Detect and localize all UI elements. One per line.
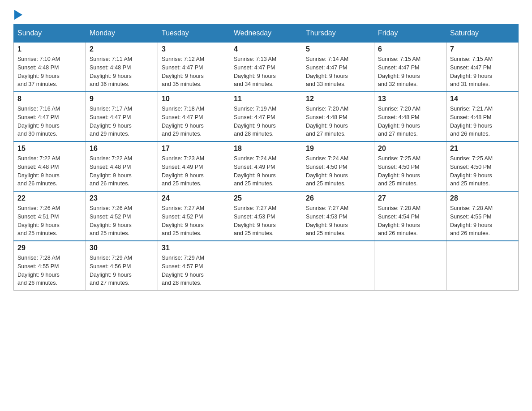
day-number: 18 [234, 145, 298, 153]
day-info: Sunrise: 7:20 AM Sunset: 4:48 PM Dayligh… [306, 105, 370, 138]
calendar-cell: 1 Sunrise: 7:10 AM Sunset: 4:48 PM Dayli… [14, 42, 86, 92]
day-number: 11 [234, 95, 298, 103]
day-number: 4 [234, 45, 298, 53]
calendar-cell [446, 241, 519, 291]
day-number: 9 [90, 95, 154, 103]
day-info: Sunrise: 7:27 AM Sunset: 4:53 PM Dayligh… [234, 204, 298, 238]
day-number: 6 [378, 45, 442, 53]
day-number: 13 [378, 95, 442, 103]
day-number: 21 [450, 145, 515, 153]
day-info: Sunrise: 7:29 AM Sunset: 4:56 PM Dayligh… [90, 254, 154, 287]
logo-arrow-icon [14, 10, 22, 20]
day-number: 7 [450, 45, 515, 53]
calendar-cell: 23 Sunrise: 7:26 AM Sunset: 4:52 PM Dayl… [86, 191, 158, 241]
calendar-cell: 5 Sunrise: 7:14 AM Sunset: 4:47 PM Dayli… [302, 42, 374, 92]
day-info: Sunrise: 7:29 AM Sunset: 4:57 PM Dayligh… [162, 254, 226, 287]
day-info: Sunrise: 7:22 AM Sunset: 4:48 PM Dayligh… [17, 154, 82, 188]
calendar-header-row: SundayMondayTuesdayWednesdayThursdayFrid… [14, 25, 519, 43]
day-number: 24 [162, 194, 226, 202]
day-info: Sunrise: 7:27 AM Sunset: 4:53 PM Dayligh… [306, 204, 370, 238]
day-number: 26 [306, 194, 370, 202]
calendar-week-row: 1 Sunrise: 7:10 AM Sunset: 4:48 PM Dayli… [14, 42, 519, 92]
calendar-cell: 13 Sunrise: 7:20 AM Sunset: 4:48 PM Dayl… [374, 92, 446, 141]
calendar-cell: 16 Sunrise: 7:22 AM Sunset: 4:48 PM Dayl… [86, 141, 158, 191]
day-number: 30 [90, 244, 154, 252]
day-number: 31 [162, 244, 226, 252]
calendar-cell: 20 Sunrise: 7:25 AM Sunset: 4:50 PM Dayl… [374, 141, 446, 191]
day-info: Sunrise: 7:11 AM Sunset: 4:48 PM Dayligh… [90, 55, 154, 89]
day-number: 8 [17, 95, 82, 103]
calendar-cell: 26 Sunrise: 7:27 AM Sunset: 4:53 PM Dayl… [302, 191, 374, 241]
calendar-cell: 18 Sunrise: 7:24 AM Sunset: 4:49 PM Dayl… [230, 141, 302, 191]
day-info: Sunrise: 7:24 AM Sunset: 4:49 PM Dayligh… [234, 154, 298, 188]
day-number: 27 [378, 194, 442, 202]
day-number: 22 [17, 194, 82, 202]
calendar-cell: 2 Sunrise: 7:11 AM Sunset: 4:48 PM Dayli… [86, 42, 158, 92]
day-number: 28 [450, 194, 515, 202]
day-info: Sunrise: 7:28 AM Sunset: 4:55 PM Dayligh… [450, 204, 515, 238]
calendar-cell: 29 Sunrise: 7:28 AM Sunset: 4:55 PM Dayl… [14, 241, 86, 291]
calendar-cell: 7 Sunrise: 7:15 AM Sunset: 4:47 PM Dayli… [446, 42, 519, 92]
calendar-cell: 14 Sunrise: 7:21 AM Sunset: 4:48 PM Dayl… [446, 92, 519, 141]
calendar-cell: 3 Sunrise: 7:12 AM Sunset: 4:47 PM Dayli… [158, 42, 230, 92]
day-info: Sunrise: 7:26 AM Sunset: 4:51 PM Dayligh… [17, 204, 82, 238]
calendar-cell: 24 Sunrise: 7:27 AM Sunset: 4:52 PM Dayl… [158, 191, 230, 241]
calendar-cell: 22 Sunrise: 7:26 AM Sunset: 4:51 PM Dayl… [14, 191, 86, 241]
calendar-cell: 19 Sunrise: 7:24 AM Sunset: 4:50 PM Dayl… [302, 141, 374, 191]
day-info: Sunrise: 7:19 AM Sunset: 4:47 PM Dayligh… [234, 105, 298, 138]
day-number: 10 [162, 95, 226, 103]
day-number: 20 [378, 145, 442, 153]
day-info: Sunrise: 7:17 AM Sunset: 4:47 PM Dayligh… [90, 105, 154, 138]
calendar-cell: 10 Sunrise: 7:18 AM Sunset: 4:47 PM Dayl… [158, 92, 230, 141]
day-info: Sunrise: 7:25 AM Sunset: 4:50 PM Dayligh… [378, 154, 442, 188]
calendar-header-wednesday: Wednesday [230, 25, 302, 43]
day-number: 23 [90, 194, 154, 202]
day-info: Sunrise: 7:26 AM Sunset: 4:52 PM Dayligh… [90, 204, 154, 238]
calendar-header-tuesday: Tuesday [158, 25, 230, 43]
day-info: Sunrise: 7:28 AM Sunset: 4:55 PM Dayligh… [17, 254, 82, 287]
calendar-cell: 17 Sunrise: 7:23 AM Sunset: 4:49 PM Dayl… [158, 141, 230, 191]
svg-marker-0 [14, 10, 22, 20]
calendar-week-row: 22 Sunrise: 7:26 AM Sunset: 4:51 PM Dayl… [14, 191, 519, 241]
day-info: Sunrise: 7:24 AM Sunset: 4:50 PM Dayligh… [306, 154, 370, 188]
calendar-cell: 4 Sunrise: 7:13 AM Sunset: 4:47 PM Dayli… [230, 42, 302, 92]
day-number: 2 [90, 45, 154, 53]
calendar-cell: 28 Sunrise: 7:28 AM Sunset: 4:55 PM Dayl… [446, 191, 519, 241]
calendar-cell: 6 Sunrise: 7:15 AM Sunset: 4:47 PM Dayli… [374, 42, 446, 92]
day-number: 12 [306, 95, 370, 103]
calendar-cell: 27 Sunrise: 7:28 AM Sunset: 4:54 PM Dayl… [374, 191, 446, 241]
day-info: Sunrise: 7:15 AM Sunset: 4:47 PM Dayligh… [378, 55, 442, 89]
day-info: Sunrise: 7:21 AM Sunset: 4:48 PM Dayligh… [450, 105, 515, 138]
calendar-cell: 25 Sunrise: 7:27 AM Sunset: 4:53 PM Dayl… [230, 191, 302, 241]
day-info: Sunrise: 7:15 AM Sunset: 4:47 PM Dayligh… [450, 55, 515, 89]
day-number: 19 [306, 145, 370, 153]
calendar-header-saturday: Saturday [446, 25, 519, 43]
day-info: Sunrise: 7:16 AM Sunset: 4:47 PM Dayligh… [17, 105, 82, 138]
calendar-cell: 30 Sunrise: 7:29 AM Sunset: 4:56 PM Dayl… [86, 241, 158, 291]
day-number: 15 [17, 145, 82, 153]
day-info: Sunrise: 7:28 AM Sunset: 4:54 PM Dayligh… [378, 204, 442, 238]
calendar-header-sunday: Sunday [14, 25, 86, 43]
calendar-week-row: 8 Sunrise: 7:16 AM Sunset: 4:47 PM Dayli… [14, 92, 519, 141]
day-info: Sunrise: 7:13 AM Sunset: 4:47 PM Dayligh… [234, 55, 298, 89]
day-info: Sunrise: 7:14 AM Sunset: 4:47 PM Dayligh… [306, 55, 370, 89]
day-number: 3 [162, 45, 226, 53]
day-number: 16 [90, 145, 154, 153]
day-number: 17 [162, 145, 226, 153]
logo [13, 9, 22, 20]
page-header [13, 9, 519, 20]
calendar-cell: 15 Sunrise: 7:22 AM Sunset: 4:48 PM Dayl… [14, 141, 86, 191]
day-number: 14 [450, 95, 515, 103]
day-number: 5 [306, 45, 370, 53]
calendar-week-row: 15 Sunrise: 7:22 AM Sunset: 4:48 PM Dayl… [14, 141, 519, 191]
day-info: Sunrise: 7:20 AM Sunset: 4:48 PM Dayligh… [378, 105, 442, 138]
day-info: Sunrise: 7:12 AM Sunset: 4:47 PM Dayligh… [162, 55, 226, 89]
calendar-header-monday: Monday [86, 25, 158, 43]
calendar-cell: 9 Sunrise: 7:17 AM Sunset: 4:47 PM Dayli… [86, 92, 158, 141]
calendar-header-thursday: Thursday [302, 25, 374, 43]
calendar-cell [374, 241, 446, 291]
calendar-cell: 11 Sunrise: 7:19 AM Sunset: 4:47 PM Dayl… [230, 92, 302, 141]
day-info: Sunrise: 7:27 AM Sunset: 4:52 PM Dayligh… [162, 204, 226, 238]
calendar-cell [302, 241, 374, 291]
calendar-cell: 31 Sunrise: 7:29 AM Sunset: 4:57 PM Dayl… [158, 241, 230, 291]
